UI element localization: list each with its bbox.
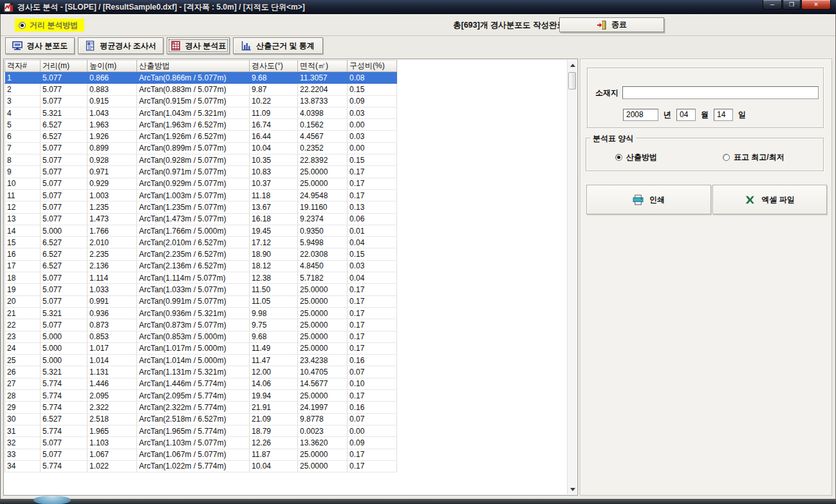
table-header-row: 격자# 거리(m) 높이(m) 산출방법 경사도(°) 면적(㎡) 구성비(%) <box>5 61 397 72</box>
distance-method-radio[interactable]: 거리 분석방법 <box>15 19 84 32</box>
table-cell: 6.527 <box>41 413 88 425</box>
table-row[interactable]: 285.7742.095ArcTan(2.095m / 5.774m)19.94… <box>5 390 397 402</box>
table-row[interactable]: 66.5271.926ArcTan(1.926m / 6.527m)16.444… <box>5 131 397 142</box>
table-cell: 5.774 <box>41 425 88 436</box>
table-row[interactable]: 25.0770.883ArcTan(0.883m / 5.077m)9.8722… <box>5 84 397 95</box>
table-cell: 11 <box>5 189 41 201</box>
tab-average-slope-report[interactable]: 평균경사 조사서 <box>78 37 163 54</box>
table-row[interactable]: 265.3211.131ArcTan(1.131m / 5.321m)12.00… <box>5 366 397 378</box>
table-row[interactable]: 295.7742.322ArcTan(2.322m / 5.774m)21.91… <box>5 402 397 413</box>
table-row[interactable]: 195.0771.033ArcTan(1.033m / 5.077m)11.50… <box>5 284 397 295</box>
table-row[interactable]: 95.0770.971ArcTan(0.971m / 5.077m)10.832… <box>5 166 397 178</box>
table-cell: 13.67 <box>250 201 298 213</box>
table-row[interactable]: 185.0771.114ArcTan(1.114m / 5.077m)12.38… <box>5 272 397 284</box>
tab-calculation-statistics[interactable]: 산출근거 및 통계 <box>233 37 323 54</box>
month-label: 월 <box>701 109 709 120</box>
scrollbar-thumb[interactable] <box>568 72 576 89</box>
table-cell: 21.91 <box>250 402 298 413</box>
table-row[interactable]: 135.0771.473ArcTan(1.473m / 5.077m)16.18… <box>5 213 397 225</box>
table-cell: 12.00 <box>250 366 298 378</box>
table-row[interactable]: 225.0770.873ArcTan(0.873m / 5.077m)9.752… <box>5 319 397 331</box>
taskbar-strip[interactable] <box>0 499 836 504</box>
vertical-scrollbar[interactable] <box>567 60 577 494</box>
table-row[interactable]: 205.0770.991ArcTan(0.991m / 5.077m)11.05… <box>5 295 397 307</box>
table-row[interactable]: 85.0770.928ArcTan(0.928m / 5.077m)10.352… <box>5 154 397 166</box>
table-row[interactable]: 115.0771.003ArcTan(1.003m / 5.077m)11.18… <box>5 189 397 201</box>
day-label: 일 <box>738 109 746 120</box>
table-cell: 19.45 <box>250 225 298 236</box>
col-header-area[interactable]: 면적(㎡) <box>298 61 348 72</box>
scroll-up-button[interactable] <box>568 60 577 70</box>
table-row[interactable]: 156.5272.010ArcTan(2.010m / 6.527m)17.12… <box>5 237 397 248</box>
table-row[interactable]: 105.0770.929ArcTan(0.929m / 5.077m)10.37… <box>5 178 397 189</box>
table-cell: ArcTan(1.965m / 5.774m) <box>137 425 250 436</box>
col-header-ratio[interactable]: 구성비(%) <box>348 61 397 72</box>
table-row[interactable]: 176.5272.136ArcTan(2.136m / 6.527m)18.12… <box>5 260 397 272</box>
scroll-down-button[interactable] <box>568 484 577 494</box>
table-row[interactable]: 75.0770.899ArcTan(0.899m / 5.077m)10.040… <box>5 142 397 154</box>
radio-elevation-minmax[interactable]: 표고 최고/최저 <box>723 152 785 163</box>
title-bar[interactable]: 경사도 분석 - [SLOPE] / [ResultSample0.dxf] -… <box>0 0 836 14</box>
app-icon <box>3 3 14 12</box>
table-row[interactable]: 306.5272.518ArcTan(2.518m / 6.527m)21.09… <box>5 413 397 425</box>
close-button[interactable]: ✕ <box>801 0 831 10</box>
table-row[interactable]: 345.7741.022ArcTan(1.022m / 5.774m)10.04… <box>5 460 397 472</box>
table-cell: ArcTan(1.014m / 5.000m) <box>137 355 250 366</box>
table-row[interactable]: 45.3211.043ArcTan(1.043m / 5.321m)11.094… <box>5 107 397 118</box>
tab-slope-distribution[interactable]: 경사 분포도 <box>5 37 75 54</box>
col-header-distance[interactable]: 거리(m) <box>41 61 88 72</box>
table-row[interactable]: 315.7741.965ArcTan(1.965m / 5.774m)18.79… <box>5 425 397 436</box>
table-row[interactable]: 15.0770.866ArcTan(0.866m / 5.077m)9.6811… <box>5 72 397 84</box>
table-row[interactable]: 235.0000.853ArcTan(0.853m / 5.000m)9.682… <box>5 331 397 342</box>
location-input[interactable] <box>622 86 819 99</box>
tab-slope-analysis-table[interactable]: 경사 분석표 <box>167 37 230 54</box>
table-row[interactable]: 35.0770.915ArcTan(0.915m / 5.077m)10.221… <box>5 95 397 107</box>
table-row[interactable]: 275.7741.446ArcTan(1.446m / 5.774m)14.06… <box>5 378 397 389</box>
table-cell: 0.09 <box>348 437 397 449</box>
table-cell: 9.68 <box>250 331 298 342</box>
table-cell: 5.077 <box>41 166 88 178</box>
table-cell: 0.15 <box>348 154 397 166</box>
col-header-method[interactable]: 산출방법 <box>137 61 250 72</box>
table-row[interactable]: 215.3210.936ArcTan(0.936m / 5.321m)9.982… <box>5 307 397 319</box>
table-cell: 25 <box>5 355 41 366</box>
table-row[interactable]: 145.0001.766ArcTan(1.766m / 5.000m)19.45… <box>5 225 397 236</box>
table-row[interactable]: 255.0001.014ArcTan(1.014m / 5.000m)11.47… <box>5 355 397 366</box>
table-cell: ArcTan(0.873m / 5.077m) <box>137 319 250 331</box>
exit-button[interactable]: 종료 <box>559 17 664 32</box>
table-row[interactable]: 125.0771.235ArcTan(1.235m / 5.077m)13.67… <box>5 201 397 213</box>
table-cell: 33 <box>5 449 41 460</box>
table-row[interactable]: 335.0771.067ArcTan(1.067m / 5.077m)11.87… <box>5 449 397 460</box>
month-input[interactable] <box>676 109 696 121</box>
table-cell: 2 <box>5 84 41 95</box>
table-cell: 5.000 <box>41 342 88 354</box>
status-text: 총[693]개 경사분포도 작성완료. <box>453 20 567 31</box>
table-cell: 12.26 <box>250 437 298 449</box>
table-row[interactable]: 245.0001.017ArcTan(1.017m / 5.000m)11.49… <box>5 342 397 354</box>
col-header-grid-no[interactable]: 격자# <box>5 61 41 72</box>
year-input[interactable] <box>623 109 658 121</box>
print-button[interactable]: 인쇄 <box>586 185 711 214</box>
table-row[interactable]: 325.0771.103ArcTan(1.103m / 5.077m)12.26… <box>5 437 397 449</box>
start-orb-icon[interactable] <box>33 496 71 504</box>
table-cell: ArcTan(1.235m / 5.077m) <box>137 201 250 213</box>
radio-icon <box>723 154 730 161</box>
table-row[interactable]: 166.5272.235ArcTan(2.235m / 6.527m)18.90… <box>5 248 397 260</box>
col-header-height[interactable]: 높이(m) <box>88 61 137 72</box>
col-header-slope[interactable]: 경사도(°) <box>250 61 298 72</box>
table-cell: 25.0000 <box>298 331 348 342</box>
table-cell: 2.010 <box>88 237 137 248</box>
day-input[interactable] <box>714 109 733 121</box>
table-cell: 4 <box>5 107 41 118</box>
table-cell: 0.16 <box>348 355 397 366</box>
restore-button[interactable]: ❐ <box>783 0 801 10</box>
excel-file-button[interactable]: 엑셀 파일 <box>712 185 827 214</box>
exit-button-label: 종료 <box>611 19 627 30</box>
table-cell: 13 <box>5 213 41 225</box>
radio-calculation-method[interactable]: 산출방법 <box>615 152 657 163</box>
minimize-button[interactable]: ─ <box>763 0 782 10</box>
table-row[interactable]: 56.5271.963ArcTan(1.963m / 6.527m)16.740… <box>5 119 397 131</box>
slope-table[interactable]: 격자# 거리(m) 높이(m) 산출방법 경사도(°) 면적(㎡) 구성비(%)… <box>5 60 397 472</box>
table-cell: 18 <box>5 272 41 284</box>
table-cell: 1.926 <box>88 131 137 142</box>
